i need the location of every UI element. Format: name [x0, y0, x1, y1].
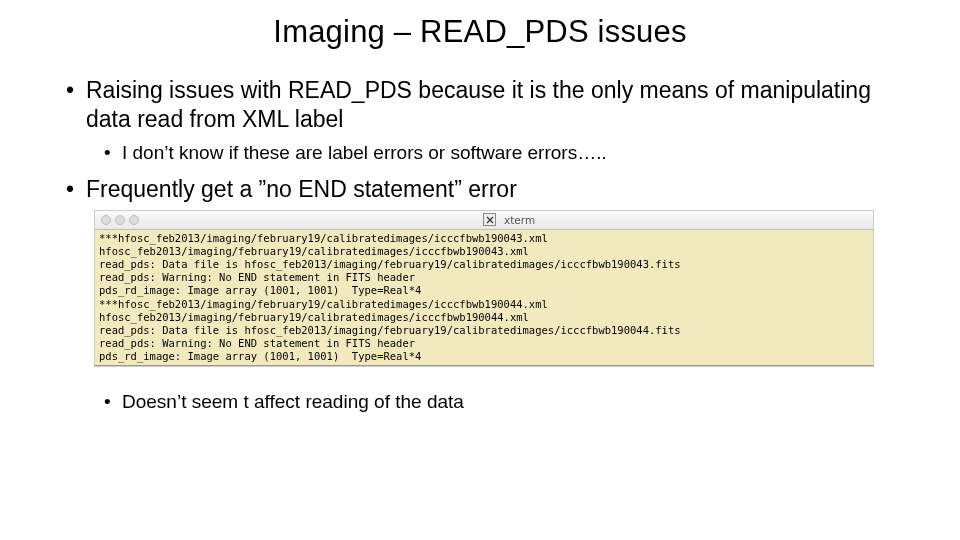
- terminal-window-label: xterm: [504, 214, 535, 226]
- slide-title: Imaging – READ_PDS issues: [60, 14, 900, 50]
- xterm-app-icon: [483, 213, 496, 226]
- window-button-icon: [101, 215, 111, 225]
- terminal-line: read_pds: Warning: No END statement in F…: [99, 337, 415, 349]
- terminal-line: pds_rd_image: Image array (1001, 1001) T…: [99, 284, 421, 296]
- window-button-icon: [129, 215, 139, 225]
- bullet-text: Raising issues with READ_PDS because it …: [86, 77, 871, 132]
- bullet-text: Doesn’t seem t affect reading of the dat…: [122, 391, 464, 412]
- bullet-level2: Doesn’t seem t affect reading of the dat…: [60, 389, 900, 415]
- bullet-text: Frequently get a ”no END statement” erro…: [86, 176, 517, 202]
- window-button-icon: [115, 215, 125, 225]
- terminal-screenshot: xterm ***hfosc_feb2013/imaging/february1…: [94, 210, 874, 379]
- terminal-line: read_pds: Warning: No END statement in F…: [99, 271, 415, 283]
- terminal-line: read_pds: Data file is hfosc_feb2013/ima…: [99, 258, 681, 270]
- bullet-text: I don’t know if these are label errors o…: [122, 142, 607, 163]
- terminal-cutoff-edge: [94, 366, 874, 379]
- terminal-line: read_pds: Data file is hfosc_feb2013/ima…: [99, 324, 681, 336]
- terminal-line: ***hfosc_feb2013/imaging/february19/cali…: [99, 232, 548, 244]
- bullet-level2: I don’t know if these are label errors o…: [60, 140, 900, 166]
- terminal-line: hfosc_feb2013/imaging/february19/calibra…: [99, 311, 529, 323]
- terminal-line: hfosc_feb2013/imaging/february19/calibra…: [99, 245, 529, 257]
- bullet-level1: Frequently get a ”no END statement” erro…: [60, 175, 900, 204]
- terminal-titlebar: xterm: [94, 210, 874, 230]
- terminal-line: pds_rd_image: Image array (1001, 1001) T…: [99, 350, 421, 362]
- terminal-body: ***hfosc_feb2013/imaging/february19/cali…: [94, 230, 874, 366]
- bullet-level1: Raising issues with READ_PDS because it …: [60, 76, 900, 134]
- slide: Imaging – READ_PDS issues Raising issues…: [0, 0, 960, 540]
- terminal-line: ***hfosc_feb2013/imaging/february19/cali…: [99, 298, 548, 310]
